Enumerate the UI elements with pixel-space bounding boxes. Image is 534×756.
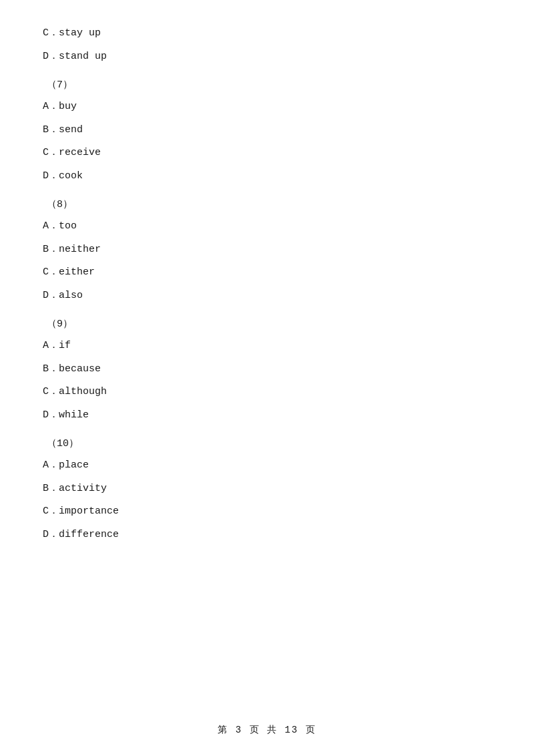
option-text: if: [59, 340, 71, 351]
q10-option-c: C．importance: [40, 502, 494, 522]
option-letter: B．: [43, 363, 59, 375]
option-text: cook: [59, 170, 83, 182]
option-text: while: [59, 409, 89, 421]
q8-option-b: B．neither: [40, 240, 494, 260]
q10-option-a: A．place: [40, 456, 494, 476]
q9-option-d: D．while: [40, 406, 494, 425]
option-letter: D．: [43, 409, 59, 421]
option-letter: D．: [43, 51, 59, 62]
question-10-number: （10）: [47, 437, 494, 449]
option-letter: C．: [43, 266, 59, 278]
q7-option-c: C．receive: [40, 144, 494, 163]
q7-option-b: B．send: [40, 121, 494, 140]
option-text: importance: [59, 506, 119, 517]
option-letter: B．: [43, 124, 59, 136]
q9-option-b: B．because: [40, 360, 494, 379]
question-7-number: （7）: [47, 78, 494, 91]
q10-option-b: B．activity: [40, 480, 494, 499]
q8-option-a: A．too: [40, 217, 494, 236]
q8-option-c: C．either: [40, 263, 494, 282]
option-text: too: [59, 220, 77, 232]
option-c-stayup: C．stay up: [40, 24, 494, 43]
option-text: activity: [59, 483, 107, 494]
option-text: stand up: [59, 51, 107, 62]
option-text: difference: [59, 529, 119, 540]
q10-option-d: D．difference: [40, 526, 494, 545]
option-text: either: [59, 266, 95, 278]
option-text: also: [59, 290, 83, 301]
option-text: place: [59, 459, 89, 471]
option-letter: A．: [43, 459, 59, 471]
option-letter: B．: [43, 483, 59, 494]
q7-option-d: D．cook: [40, 167, 494, 186]
option-letter: D．: [43, 170, 59, 182]
option-letter: A．: [43, 101, 59, 112]
option-letter: D．: [43, 290, 59, 301]
option-text: neither: [59, 244, 101, 255]
option-text: send: [59, 124, 83, 136]
q7-option-a: A．buy: [40, 98, 494, 117]
option-text: buy: [59, 101, 77, 112]
option-letter: B．: [43, 244, 59, 255]
option-letter: A．: [43, 340, 59, 351]
option-text: receive: [59, 147, 101, 158]
page-footer: 第 3 页 共 13 页: [0, 724, 534, 736]
question-8-number: （8）: [47, 198, 494, 210]
q9-option-a: A．if: [40, 337, 494, 356]
option-letter: C．: [43, 386, 59, 397]
page-content: C．stay up D．stand up （7） A．buy B．send C．…: [0, 0, 534, 588]
q9-option-c: C．although: [40, 383, 494, 402]
option-text: although: [59, 386, 107, 397]
option-text: because: [59, 363, 101, 375]
q8-option-d: D．also: [40, 287, 494, 306]
option-letter: A．: [43, 220, 59, 232]
option-d-standup: D．stand up: [40, 47, 494, 67]
option-letter: C．: [43, 27, 59, 39]
option-letter: C．: [43, 506, 59, 517]
option-text: stay up: [59, 27, 101, 39]
option-letter: C．: [43, 147, 59, 158]
footer-text: 第 3 页 共 13 页: [218, 725, 316, 735]
question-9-number: （9）: [47, 317, 494, 330]
option-letter: D．: [43, 529, 59, 540]
